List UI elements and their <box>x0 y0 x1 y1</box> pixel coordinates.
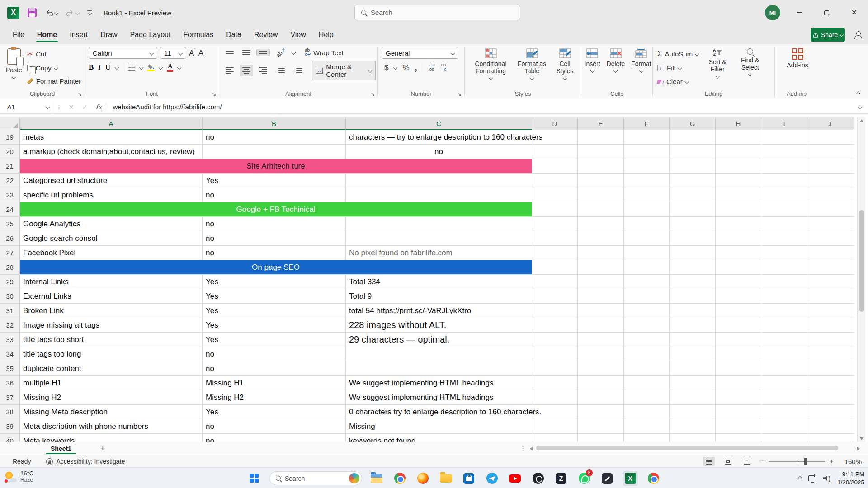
collapse-ribbon-icon[interactable] <box>856 92 861 96</box>
cell-d21[interactable] <box>532 159 578 173</box>
cell-b35[interactable]: no <box>203 361 346 375</box>
cell-h32[interactable] <box>716 318 761 332</box>
cell-c19[interactable]: characters — try to enlarge description … <box>346 130 532 144</box>
zoom-slider[interactable]: − + <box>760 457 834 466</box>
cell-d22[interactable] <box>532 174 578 188</box>
chrome-button[interactable] <box>392 471 407 486</box>
cell-g38[interactable] <box>670 405 716 419</box>
section-row-cell[interactable]: Google + FB Techinical <box>20 202 532 216</box>
excel-app-icon[interactable]: X <box>7 7 19 19</box>
cell-e38[interactable] <box>578 405 624 419</box>
cell-b40[interactable]: no <box>203 434 346 442</box>
cell-c23[interactable] <box>346 188 532 202</box>
user-icon[interactable] <box>854 31 862 39</box>
cell-e30[interactable] <box>578 289 624 303</box>
cell-h25[interactable] <box>716 217 761 231</box>
chevron-down-icon[interactable] <box>139 65 144 70</box>
row-header-21[interactable]: 21 <box>0 159 20 173</box>
cell-g24[interactable] <box>670 202 716 216</box>
cell-h34[interactable] <box>716 347 761 361</box>
volume-icon[interactable]: ) <box>823 475 830 482</box>
cell-e29[interactable] <box>578 275 624 289</box>
cell-g25[interactable] <box>670 217 716 231</box>
cell-c35[interactable] <box>346 361 532 375</box>
row-header-24[interactable]: 24 <box>0 202 20 216</box>
bold-button[interactable]: B <box>89 63 94 72</box>
add-sheet-button[interactable]: + <box>100 444 105 453</box>
name-box[interactable]: A1 <box>4 102 53 113</box>
cell-b38[interactable]: Yes <box>203 405 346 419</box>
cell-h35[interactable] <box>716 361 761 375</box>
column-header-e[interactable]: E <box>578 117 624 130</box>
cell-a39[interactable]: Meta discription with phone numbers <box>20 419 203 433</box>
font-color-button[interactable]: A <box>167 63 173 72</box>
cell-e35[interactable] <box>578 361 624 375</box>
cancel-entry-icon[interactable]: ✕ <box>65 103 78 111</box>
cell-g28[interactable] <box>670 260 716 274</box>
row-header-36[interactable]: 36 <box>0 376 20 390</box>
cell-f19[interactable] <box>624 130 670 144</box>
cell-g21[interactable] <box>670 159 716 173</box>
cell-i38[interactable] <box>761 405 807 419</box>
row-header-35[interactable]: 35 <box>0 361 20 375</box>
row-header-28[interactable]: 28 <box>0 260 20 274</box>
avatar[interactable]: MI <box>765 5 780 20</box>
z-app-button[interactable]: Z <box>553 471 569 486</box>
cell-b26[interactable]: no <box>203 231 346 245</box>
row-header-19[interactable]: 19 <box>0 130 20 144</box>
cell-e21[interactable] <box>578 159 624 173</box>
chrome-button-2[interactable] <box>646 471 661 486</box>
fill-color-button[interactable] <box>147 64 155 71</box>
font-name-combo[interactable]: Calibri <box>89 47 157 59</box>
tab-file[interactable]: File <box>6 27 31 43</box>
column-header-d[interactable]: D <box>532 117 578 130</box>
column-header-f[interactable]: F <box>624 117 670 130</box>
copy-button[interactable]: Copy <box>25 64 83 72</box>
cell-d27[interactable] <box>532 246 578 260</box>
tab-review[interactable]: Review <box>248 27 284 43</box>
cell-i34[interactable] <box>761 347 807 361</box>
cell-a22[interactable]: Categorised url structure <box>20 174 203 188</box>
pen-app-button[interactable] <box>599 471 615 486</box>
cell-a38[interactable]: Missing Meta description <box>20 405 203 419</box>
cell-d25[interactable] <box>532 217 578 231</box>
cell-d23[interactable] <box>532 188 578 202</box>
cell-e39[interactable] <box>578 419 624 433</box>
cell-i26[interactable] <box>761 231 807 245</box>
cell-b29[interactable]: Yes <box>203 275 346 289</box>
top-align-button[interactable] <box>223 49 236 56</box>
cell-b33[interactable]: Yes <box>203 333 346 347</box>
cell-d35[interactable] <box>532 361 578 375</box>
cell-h29[interactable] <box>716 275 761 289</box>
number-format-combo[interactable]: General <box>382 47 458 59</box>
merge-center-button[interactable]: ↔ Merge & Center <box>312 61 376 80</box>
firefox-button[interactable] <box>415 471 430 486</box>
page-layout-view-button[interactable] <box>722 457 734 466</box>
cell-j25[interactable] <box>807 217 853 231</box>
horizontal-scrollbar[interactable] <box>530 445 860 452</box>
percent-button[interactable]: % <box>402 63 409 72</box>
cell-g19[interactable] <box>670 130 716 144</box>
cell-j20[interactable] <box>807 145 853 159</box>
insert-function-icon[interactable]: fx <box>91 103 106 111</box>
cell-c29[interactable]: Total 334 <box>346 275 532 289</box>
cell-f33[interactable] <box>624 333 670 347</box>
cell-d37[interactable] <box>532 390 578 404</box>
cell-h38[interactable] <box>716 405 761 419</box>
delete-cells-button[interactable]: Delete <box>604 47 627 88</box>
section-row-cell[interactable]: On page SEO <box>20 260 532 274</box>
cell-e34[interactable] <box>578 347 624 361</box>
file-explorer-button[interactable] <box>369 471 384 486</box>
tab-home[interactable]: Home <box>31 27 63 43</box>
close-button[interactable]: ✕ <box>840 0 868 25</box>
splitter-dots-icon[interactable]: ⋮ <box>520 445 526 452</box>
cell-i37[interactable] <box>761 390 807 404</box>
cell-c33[interactable]: 29 characters — optimal. <box>346 333 532 347</box>
cell-e40[interactable] <box>578 434 624 442</box>
cell-b30[interactable]: Yes <box>203 289 346 303</box>
tab-view[interactable]: View <box>284 27 312 43</box>
zoom-out-icon[interactable]: − <box>760 457 764 466</box>
cell-a37[interactable]: Missing H2 <box>20 390 203 404</box>
save-icon[interactable] <box>28 8 37 17</box>
decrease-decimal-button[interactable]: .00→0 <box>440 63 447 72</box>
